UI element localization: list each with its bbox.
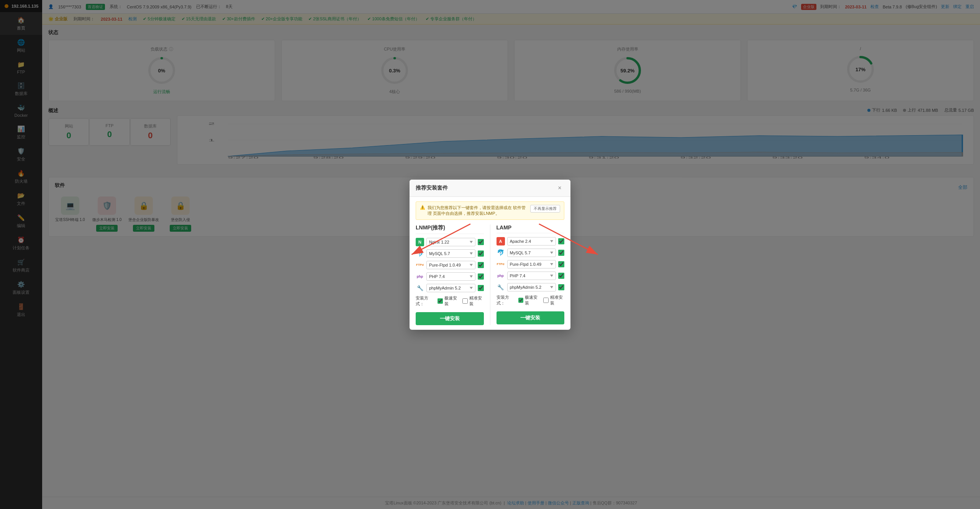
modal-notice-text: 我们为您推荐以下一键套件，请按需选择或在 软件管理 页面中自由选择，推荐安装LN… bbox=[428, 205, 528, 216]
lamp-phpmyadmin-select[interactable]: phpMyAdmin 5.2 bbox=[507, 283, 556, 291]
modal-notice: ⚠️ 我们为您推荐以下一键套件，请按需选择或在 软件管理 页面中自由选择，推荐安… bbox=[416, 201, 564, 220]
lnmp-fast-check[interactable] bbox=[438, 298, 443, 304]
lamp-column: LAMP A Apache 2.4 🐬 MySQL 5.7 bbox=[497, 224, 565, 325]
lnmp-ftp-field: FTPd Pure-Ftpd 1.0.49 bbox=[416, 261, 484, 269]
lamp-precise-label[interactable]: 精准安装 bbox=[543, 295, 564, 306]
modal-overlay: 推荐安装套件 × ⚠️ 我们为您推荐以下一键套件，请按需选择或在 软件管理 页面… bbox=[0, 0, 980, 509]
lnmp-column: LNMP(推荐) N Nginx 1.22 🐬 MySQL 5.7 bbox=[416, 224, 484, 325]
php-icon-lnmp: php bbox=[416, 272, 424, 281]
no-show-button[interactable]: 不再显示推荐 bbox=[530, 205, 560, 213]
lamp-ftp-field: FTPd Pure-Ftpd 1.0.49 bbox=[497, 260, 565, 268]
lamp-mysql-check[interactable] bbox=[558, 250, 564, 256]
mysql-icon-lamp: 🐬 bbox=[497, 249, 505, 257]
lamp-ftp-select[interactable]: Pure-Ftpd 1.0.49 bbox=[507, 260, 556, 268]
lnmp-ftp-select[interactable]: Pure-Ftpd 1.0.49 bbox=[426, 261, 475, 269]
lnmp-nginx-field: N Nginx 1.22 bbox=[416, 238, 484, 246]
column-divider bbox=[490, 224, 490, 325]
lnmp-php-field: php PHP 7.4 bbox=[416, 272, 484, 281]
lnmp-precise-label[interactable]: 精准安装 bbox=[462, 295, 483, 307]
warning-icon: ⚠️ bbox=[420, 205, 425, 210]
lnmp-php-check[interactable] bbox=[478, 273, 484, 280]
lamp-phpmyadmin-check[interactable] bbox=[558, 284, 564, 290]
ftp-icon-lamp: FTPd bbox=[497, 260, 505, 268]
lnmp-mysql-field: 🐬 MySQL 5.7 bbox=[416, 249, 484, 258]
lamp-mysql-field: 🐬 MySQL 5.7 bbox=[497, 249, 565, 257]
lamp-fast-check[interactable] bbox=[518, 297, 524, 303]
lamp-precise-check[interactable] bbox=[543, 297, 549, 303]
lamp-ftp-check[interactable] bbox=[558, 261, 564, 267]
lnmp-ftp-check[interactable] bbox=[478, 262, 484, 268]
modal-columns: LNMP(推荐) N Nginx 1.22 🐬 MySQL 5.7 bbox=[416, 224, 564, 325]
lamp-title: LAMP bbox=[497, 224, 565, 233]
modal-close-button[interactable]: × bbox=[555, 183, 564, 193]
lamp-apache-check[interactable] bbox=[558, 238, 564, 244]
lamp-mysql-select[interactable]: MySQL 5.7 bbox=[507, 249, 556, 257]
modal-header: 推荐安装套件 × bbox=[410, 180, 570, 197]
lnmp-fast-label[interactable]: 极速安装 bbox=[438, 295, 459, 307]
lamp-fast-label[interactable]: 极速安装 bbox=[518, 295, 539, 306]
phpmyadmin-icon-lnmp: 🔧 bbox=[416, 284, 424, 292]
lnmp-phpmyadmin-field: 🔧 phpMyAdmin 5.2 bbox=[416, 284, 484, 292]
lnmp-title: LNMP(推荐) bbox=[416, 224, 484, 234]
lamp-apache-select[interactable]: Apache 2.4 bbox=[507, 237, 556, 245]
nginx-icon: N bbox=[416, 238, 424, 246]
mysql-icon-lnmp: 🐬 bbox=[416, 249, 424, 258]
lnmp-method-label: 安装方式： bbox=[416, 295, 434, 307]
lamp-php-select[interactable]: PHP 7.4 bbox=[507, 272, 556, 280]
modal-body: ⚠️ 我们为您推荐以下一键套件，请按需选择或在 软件管理 页面中自由选择，推荐安… bbox=[410, 197, 570, 330]
lnmp-php-select[interactable]: PHP 7.4 bbox=[426, 272, 475, 281]
lnmp-install-method: 安装方式： 极速安装 精准安装 bbox=[416, 295, 484, 307]
lamp-php-check[interactable] bbox=[558, 273, 564, 279]
lamp-php-field: php PHP 7.4 bbox=[497, 272, 565, 280]
lnmp-nginx-select[interactable]: Nginx 1.22 bbox=[426, 238, 475, 246]
lnmp-nginx-check[interactable] bbox=[478, 239, 484, 245]
modal-title: 推荐安装套件 bbox=[416, 185, 448, 191]
lnmp-phpmyadmin-select[interactable]: phpMyAdmin 5.2 bbox=[426, 284, 475, 292]
lnmp-precise-check[interactable] bbox=[462, 298, 468, 304]
lamp-install-method: 安装方式： 极速安装 精准安装 bbox=[497, 295, 565, 306]
lnmp-install-button[interactable]: 一键安装 bbox=[416, 312, 484, 325]
lamp-apache-field: A Apache 2.4 bbox=[497, 237, 565, 245]
lnmp-mysql-check[interactable] bbox=[478, 250, 484, 257]
lnmp-mysql-select[interactable]: MySQL 5.7 bbox=[426, 249, 475, 258]
modal: 推荐安装套件 × ⚠️ 我们为您推荐以下一键套件，请按需选择或在 软件管理 页面… bbox=[410, 180, 570, 330]
lnmp-phpmyadmin-check[interactable] bbox=[478, 285, 484, 291]
lamp-install-button[interactable]: 一键安装 bbox=[497, 311, 565, 324]
lamp-phpmyadmin-field: 🔧 phpMyAdmin 5.2 bbox=[497, 283, 565, 291]
php-icon-lamp: php bbox=[497, 272, 505, 280]
phpmyadmin-icon-lamp: 🔧 bbox=[497, 283, 505, 291]
apache-icon: A bbox=[497, 237, 505, 245]
ftp-icon-lnmp: FTPd bbox=[416, 261, 424, 269]
lamp-method-label: 安装方式： bbox=[497, 295, 515, 306]
